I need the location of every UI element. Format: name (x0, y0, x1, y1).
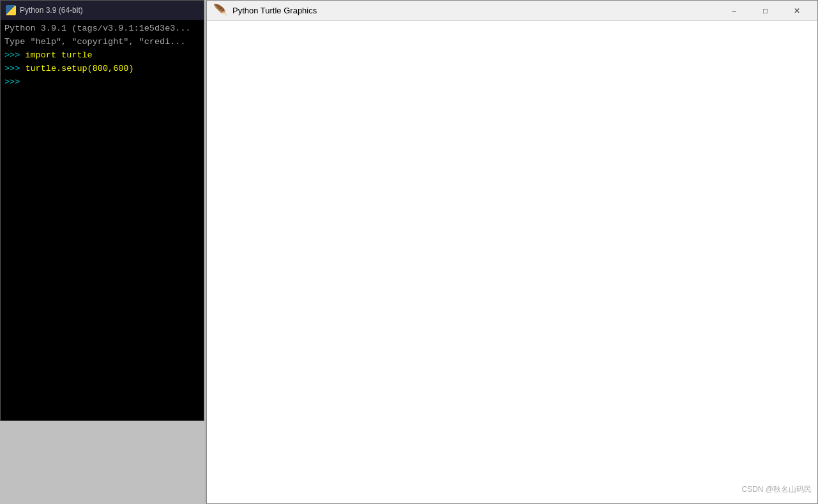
turtle-graphics-window: 🪶 Python Turtle Graphics – □ ✕ (206, 0, 818, 504)
titlebar-controls: – □ ✕ (720, 4, 811, 17)
shell-title: Python 3.9 (64-bit) (20, 6, 199, 15)
turtle-title: Python Turtle Graphics (232, 6, 715, 15)
shell-line-4: >>> turtle.setup(800,600) (4, 63, 200, 76)
shell-body[interactable]: Python 3.9.1 (tags/v3.9.1:1e5d3e3... Typ… (1, 20, 204, 420)
shell-line-1: Python 3.9.1 (tags/v3.9.1:1e5d3e3... (4, 22, 200, 36)
maximize-button[interactable]: □ (751, 4, 780, 17)
turtle-feather-icon: 🪶 (213, 5, 227, 17)
shell-line-5: >>> (4, 76, 200, 89)
turtle-canvas (207, 21, 817, 503)
shell-titlebar: Python 3.9 (64-bit) (1, 1, 204, 20)
turtle-titlebar: 🪶 Python Turtle Graphics – □ ✕ (207, 1, 817, 21)
python-shell-window: Python 3.9 (64-bit) Python 3.9.1 (tags/v… (0, 0, 204, 421)
shell-line-2: Type "help", "copyright", "credi... (4, 36, 200, 49)
python-icon (6, 5, 16, 15)
watermark: CSDN @秋名山码民 (741, 484, 812, 495)
close-button[interactable]: ✕ (782, 4, 811, 17)
shell-line-3: >>> import turtle (4, 49, 200, 63)
minimize-button[interactable]: – (720, 4, 748, 17)
